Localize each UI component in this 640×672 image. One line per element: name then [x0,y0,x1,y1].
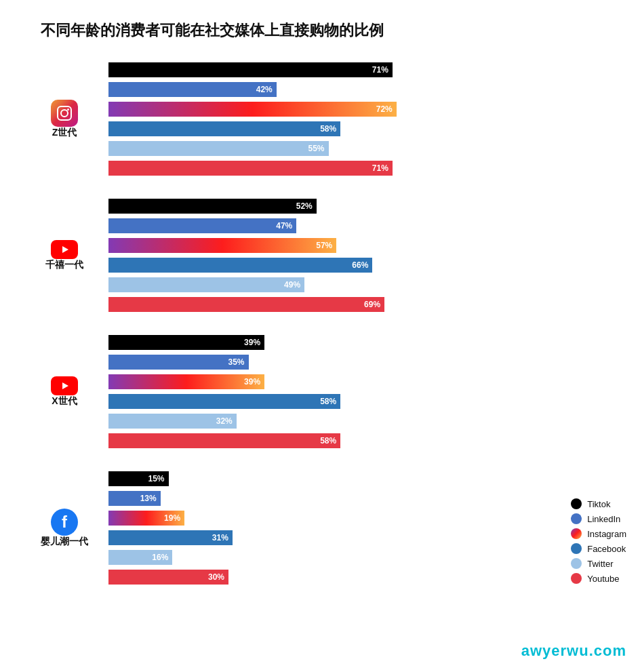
bar-row: 71% [108,159,626,177]
bar-row: 19% [108,509,626,527]
group-name-x-generation: X世代 [52,395,77,408]
bar-value-label: 69% [364,300,380,309]
bar-row: 31% [108,529,626,547]
group-x-generation: X世代 39%35%39%58%32%58% [20,334,626,450]
bar-row: 39% [108,334,626,351]
bar-value-label: 58% [320,397,336,406]
bar-row: 42% [108,81,626,98]
svg-rect-0 [58,106,71,120]
legend-label-linkedin: LinkedIn [587,514,620,524]
legend-label-tiktok: Tiktok [587,499,610,509]
legend-item-facebook: Facebook [571,543,626,554]
bar-linkedin: 47% [108,218,296,233]
bars-group-millennial: 52%47%57%66%49%69% [108,197,626,313]
bar-facebook: 58% [108,394,340,409]
facebook-icon: f [51,509,78,536]
bar-value-label: 49% [284,280,300,290]
bar-twitter: 32% [108,414,237,429]
bar-value-label: 47% [276,221,292,231]
bar-row: 52% [108,197,626,215]
svg-marker-4 [62,382,68,389]
legend-item-twitter: Twitter [571,558,626,569]
page-container: 不同年龄的消费者可能在社交媒体上直接购物的比例 Z世代 71%42%72%58%… [0,0,640,672]
group-name-boomer: 婴儿潮一代 [41,536,88,548]
bar-instagram: 72% [108,102,397,117]
bar-youtube: 71% [108,161,393,176]
bar-twitter: 16% [108,550,172,565]
bar-value-label: 71% [372,163,388,173]
bar-twitter: 49% [108,277,304,292]
bar-row: 69% [108,296,626,313]
bar-youtube: 69% [108,297,384,312]
youtube-icon [51,240,78,259]
youtube-icon [51,376,78,395]
group-label-x-generation: X世代 [20,334,108,450]
bar-linkedin: 42% [108,82,277,97]
bars-group-x-generation: 39%35%39%58%32%58% [108,334,626,450]
bar-linkedin: 13% [108,491,161,506]
bar-row: 58% [108,432,626,450]
group-label-z-generation: Z世代 [20,61,108,177]
legend-item-linkedin: LinkedIn [571,513,626,524]
bar-value-label: 39% [244,377,260,387]
legend-item-youtube: Youtube [571,573,626,584]
bar-row: 66% [108,256,626,274]
bar-value-label: 31% [212,533,228,542]
bar-row: 35% [108,353,626,371]
group-name-z-generation: Z世代 [52,127,77,139]
bar-tiktok: 39% [108,335,264,350]
bar-value-label: 66% [352,260,368,270]
bar-instagram: 19% [108,511,184,526]
svg-point-2 [67,108,69,111]
bar-row: 71% [108,61,626,79]
bar-facebook: 31% [108,530,233,545]
watermark: awyerwu.com [521,642,626,660]
bar-row: 13% [108,490,626,507]
bar-value-label: 57% [316,241,332,250]
bar-tiktok: 71% [108,62,393,77]
bar-value-label: 35% [228,357,244,367]
bar-instagram: 57% [108,238,336,253]
bar-row: 47% [108,217,626,235]
bar-linkedin: 35% [108,355,249,370]
bar-value-label: 32% [216,416,233,426]
legend-label-youtube: Youtube [587,574,619,584]
bar-value-label: 39% [244,338,260,347]
bar-value-label: 15% [148,474,164,483]
bar-value-label: 71% [372,65,388,75]
legend-dot-twitter [571,558,582,569]
bar-row: 57% [108,237,626,254]
group-millennial: 千禧一代 52%47%57%66%49%69% [20,197,626,313]
legend-label-instagram: Instagram [587,529,626,539]
bar-value-label: 52% [296,201,313,211]
legend-label-facebook: Facebook [587,544,626,554]
bar-row: 72% [108,100,626,118]
bar-row: 16% [108,549,626,566]
bar-facebook: 66% [108,258,372,273]
svg-point-1 [61,110,68,117]
group-label-millennial: 千禧一代 [20,197,108,313]
bar-row: 30% [108,568,626,586]
bar-facebook: 58% [108,121,340,136]
legend: TiktokLinkedInInstagramFacebookTwitterYo… [571,498,626,584]
legend-dot-instagram [571,528,582,539]
bar-value-label: 13% [140,494,157,503]
group-boomer: f 婴儿潮一代 15%13%19%31%16%30% [20,470,626,586]
bar-value-label: 19% [164,513,180,523]
bars-group-z-generation: 71%42%72%58%55%71% [108,61,626,177]
instagram-icon [51,100,78,127]
bar-twitter: 55% [108,141,329,156]
legend-dot-tiktok [571,498,582,509]
bar-row: 58% [108,120,626,138]
bar-value-label: 58% [320,124,336,134]
svg-marker-3 [62,246,68,253]
bar-row: 58% [108,393,626,410]
chart-wrapper: Z世代 71%42%72%58%55%71% 千禧一代 52%47%57%66%… [20,61,626,598]
bar-row: 32% [108,412,626,430]
legend-dot-linkedin [571,513,582,524]
legend-item-instagram: Instagram [571,528,626,539]
chart-title: 不同年龄的消费者可能在社交媒体上直接购物的比例 [41,20,626,41]
group-name-millennial: 千禧一代 [45,259,83,271]
bar-value-label: 42% [256,85,273,94]
group-z-generation: Z世代 71%42%72%58%55%71% [20,61,626,177]
